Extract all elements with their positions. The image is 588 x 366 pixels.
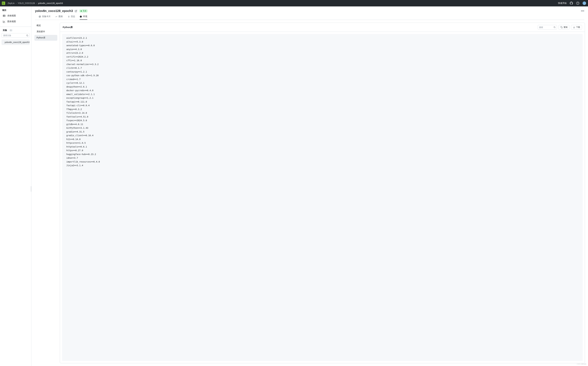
panel-header: Python库 复制 bbox=[60, 23, 585, 32]
search-icon bbox=[553, 26, 556, 28]
github-icon[interactable] bbox=[570, 1, 573, 5]
nav-table-label: 表格视图 bbox=[7, 14, 16, 17]
experiment-item-label: yolov8n_coco128_epoch3 bbox=[5, 41, 30, 44]
page-header: yolov8n_coco128_epoch3 完成 ••• 实验卡片 bbox=[31, 7, 588, 20]
sidebar: 项目 表格视图 图表视图 实验 1 yolov8n_coco128 bbox=[0, 7, 31, 366]
svg-marker-8 bbox=[39, 16, 40, 17]
chevron-right-icon: › bbox=[36, 2, 37, 4]
download-button[interactable]: 下载 bbox=[571, 25, 582, 30]
python-libs-panel: Python库 复制 bbox=[60, 23, 585, 363]
nav-table-view[interactable]: 表格视图 bbox=[1, 13, 30, 19]
compass-icon bbox=[39, 15, 41, 18]
tab-log-label: 日志 bbox=[71, 15, 75, 18]
topbar: ZeyiLin › YOLO_COCO128 › yolov8n_coco128… bbox=[0, 0, 588, 7]
watermark: CSDN 划船漫歌 bbox=[577, 363, 587, 365]
nav-chart-view[interactable]: 图表视图 bbox=[1, 19, 30, 24]
edit-title-button[interactable] bbox=[75, 10, 77, 12]
app-logo[interactable] bbox=[2, 1, 5, 5]
copy-icon bbox=[560, 26, 563, 28]
tab-chart-label: 图表 bbox=[59, 15, 63, 18]
line-chart-icon bbox=[55, 15, 58, 18]
search-icon bbox=[26, 34, 29, 37]
sidebar-project-heading: 项目 bbox=[1, 9, 30, 12]
quickstart-link[interactable]: 快速开始 bbox=[558, 2, 567, 5]
experiments-heading: 实验 bbox=[2, 29, 8, 32]
experiment-item[interactable]: yolov8n_coco128_epoch3 bbox=[1, 39, 30, 45]
tab-env-label: 环境 bbox=[83, 15, 87, 18]
svg-line-19 bbox=[555, 28, 555, 28]
svg-point-5 bbox=[27, 35, 28, 36]
breadcrumb-user[interactable]: ZeyiLin bbox=[8, 2, 15, 4]
sidebar-resize-handle[interactable] bbox=[31, 186, 31, 192]
table-icon bbox=[3, 14, 6, 17]
panel-title: Python库 bbox=[63, 26, 73, 29]
sidemenu-hardware[interactable]: 系统硬件 bbox=[34, 29, 57, 35]
breadcrumb-run[interactable]: yolov8n_coco128_epoch3 bbox=[38, 2, 63, 4]
tab-env[interactable]: 环境 bbox=[80, 15, 87, 20]
tab-card[interactable]: 实验卡片 bbox=[39, 15, 51, 20]
layout: 项目 表格视图 图表视图 实验 1 yolov8n_coco128 bbox=[0, 7, 588, 366]
svg-point-18 bbox=[554, 26, 555, 28]
divider bbox=[0, 27, 31, 27]
topbar-left: ZeyiLin › YOLO_COCO128 › yolov8n_coco128… bbox=[2, 1, 63, 5]
title-row: yolov8n_coco128_epoch3 完成 ••• bbox=[35, 9, 584, 13]
page-title: yolov8n_coco128_epoch3 bbox=[35, 9, 73, 13]
download-icon bbox=[573, 26, 575, 28]
topbar-right: 快速开始 bbox=[558, 1, 586, 5]
content-body: 概览 系统硬件 Python库 Python库 bbox=[31, 20, 588, 366]
svg-point-17 bbox=[81, 16, 81, 16]
experiments-count: 1 bbox=[9, 29, 13, 31]
panel-search bbox=[538, 25, 557, 30]
sidemenu-overview[interactable]: 概览 bbox=[34, 23, 57, 29]
packages-list[interactable]: aiofiles==23.2.1 altair==5.3.0 annotated… bbox=[62, 34, 583, 361]
help-icon[interactable] bbox=[576, 1, 580, 5]
tab-log[interactable]: 日志 bbox=[67, 15, 75, 20]
status-dot-icon bbox=[81, 10, 82, 12]
breadcrumb: ZeyiLin › YOLO_COCO128 › yolov8n_coco128… bbox=[8, 2, 63, 4]
tab-card-label: 实验卡片 bbox=[42, 15, 51, 18]
more-actions-button[interactable]: ••• bbox=[581, 9, 584, 13]
info-icon bbox=[80, 15, 82, 18]
svg-line-6 bbox=[28, 36, 28, 36]
list-icon bbox=[67, 15, 70, 18]
experiments-search-input[interactable] bbox=[1, 33, 30, 38]
tabs: 实验卡片 图表 日志 bbox=[35, 13, 584, 20]
env-side-menu: 概览 系统硬件 Python库 bbox=[34, 23, 57, 363]
main: yolov8n_coco128_epoch3 完成 ••• 实验卡片 bbox=[31, 7, 588, 366]
svg-rect-20 bbox=[561, 27, 562, 28]
tab-chart[interactable]: 图表 bbox=[55, 15, 63, 20]
chevron-right-icon: › bbox=[16, 2, 16, 4]
line-chart-icon bbox=[3, 20, 6, 23]
status-badge: 完成 bbox=[79, 9, 88, 13]
status-text: 完成 bbox=[83, 10, 86, 12]
copy-label: 复制 bbox=[564, 26, 567, 29]
sidemenu-python[interactable]: Python库 bbox=[34, 35, 57, 41]
panel-search-input[interactable] bbox=[539, 26, 553, 29]
experiments-header: 实验 1 bbox=[1, 29, 30, 33]
panel-actions: 复制 下载 bbox=[538, 25, 582, 30]
user-avatar[interactable] bbox=[582, 1, 586, 5]
nav-chart-label: 图表视图 bbox=[7, 20, 16, 23]
experiments-search bbox=[1, 33, 30, 38]
download-label: 下载 bbox=[576, 26, 580, 29]
copy-button[interactable]: 复制 bbox=[558, 25, 570, 30]
breadcrumb-project[interactable]: YOLO_COCO128 bbox=[18, 2, 35, 4]
